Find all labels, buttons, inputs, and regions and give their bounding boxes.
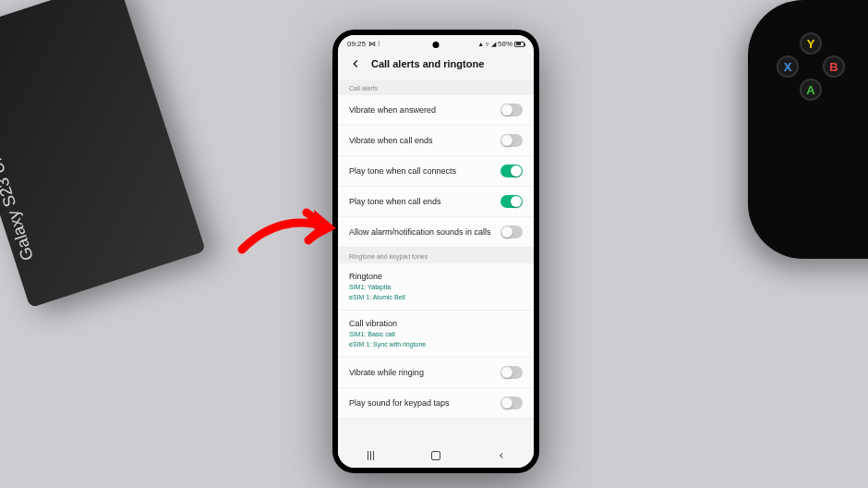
row-label: Vibrate when answered bbox=[349, 105, 500, 116]
settings-content[interactable]: Call alerts Vibrate when answered Vibrat… bbox=[338, 79, 534, 442]
row-sub-sim1: SIM1: Basic call bbox=[349, 330, 523, 338]
page-header: Call alerts and ringtone bbox=[338, 50, 534, 79]
status-time: 09:25 bbox=[347, 40, 366, 48]
nav-bar bbox=[338, 442, 534, 468]
toggle-vibrate-answered[interactable] bbox=[500, 104, 523, 116]
row-vibrate-answered[interactable]: Vibrate when answered bbox=[338, 95, 534, 126]
row-keypad-sound[interactable]: Play sound for keypad taps bbox=[338, 388, 534, 419]
status-indicators-icon: ⋈ ⁝ bbox=[368, 40, 380, 48]
battery-icon bbox=[514, 42, 524, 47]
row-sub-sim1: SIM1: Yatapita bbox=[349, 283, 523, 291]
row-vibrate-call-ends[interactable]: Vibrate when call ends bbox=[338, 126, 534, 156]
row-label: Play sound for keypad taps bbox=[349, 398, 500, 409]
controller-b-button: B bbox=[823, 55, 845, 78]
row-label: Play tone when call ends bbox=[349, 197, 500, 207]
nav-back-button[interactable] bbox=[488, 449, 515, 462]
battery-percentage: 58% bbox=[498, 40, 512, 48]
row-label: Play tone when call connects bbox=[349, 166, 500, 177]
row-allow-alarm-sounds[interactable]: Allow alarm/notification sounds in calls bbox=[338, 217, 534, 248]
row-label: Vibrate when call ends bbox=[349, 136, 500, 146]
toggle-allow-alarm-sounds[interactable] bbox=[500, 226, 523, 238]
controller-a-button: A bbox=[800, 79, 822, 101]
row-call-vibration[interactable]: Call vibration SIM1: Basic call eSIM 1: … bbox=[338, 311, 534, 358]
row-label: Ringtone bbox=[349, 272, 523, 281]
box-product-name: Galaxy S23 Ultra bbox=[0, 138, 38, 263]
signal-icon: ▲ ▿ ◢ bbox=[477, 41, 496, 48]
game-controller: Y X B A bbox=[748, 0, 868, 259]
toggle-keypad-sound[interactable] bbox=[500, 396, 523, 409]
row-label: Vibrate while ringing bbox=[349, 368, 500, 378]
controller-x-button: X bbox=[777, 55, 799, 78]
camera-hole bbox=[433, 42, 440, 48]
toggle-vibrate-while-ringing[interactable] bbox=[500, 366, 523, 379]
section-ringtone-keypad-header: Ringtone and keypad tones bbox=[338, 248, 534, 263]
row-sub-esim: eSIM 1: Sync with ringtone bbox=[349, 340, 523, 348]
back-icon[interactable] bbox=[349, 57, 362, 70]
toggle-vibrate-call-ends[interactable] bbox=[500, 134, 523, 147]
phone-device: 09:25 ⋈ ⁝ ▲ ▿ ◢ 58% Call alerts and ring… bbox=[332, 30, 539, 473]
row-sub-esim: eSIM 1: Atomic Bell bbox=[349, 293, 523, 301]
product-box: Galaxy S23 Ultra bbox=[0, 0, 206, 308]
row-label: Call vibration bbox=[349, 319, 523, 328]
row-vibrate-while-ringing[interactable]: Vibrate while ringing bbox=[338, 358, 534, 388]
nav-home-button[interactable] bbox=[422, 449, 450, 462]
row-tone-connects[interactable]: Play tone when call connects bbox=[338, 156, 534, 187]
toggle-tone-ends[interactable] bbox=[500, 195, 523, 208]
phone-screen: 09:25 ⋈ ⁝ ▲ ▿ ◢ 58% Call alerts and ring… bbox=[338, 35, 534, 468]
toggle-tone-connects[interactable] bbox=[500, 165, 523, 177]
page-title: Call alerts and ringtone bbox=[371, 58, 484, 69]
controller-y-button: Y bbox=[800, 32, 822, 55]
row-ringtone[interactable]: Ringtone SIM1: Yatapita eSIM 1: Atomic B… bbox=[338, 263, 534, 311]
row-tone-ends[interactable]: Play tone when call ends bbox=[338, 187, 534, 217]
section-call-alerts-header: Call alerts bbox=[338, 79, 534, 95]
row-label: Allow alarm/notification sounds in calls bbox=[349, 227, 500, 238]
nav-recent-button[interactable] bbox=[356, 449, 384, 462]
